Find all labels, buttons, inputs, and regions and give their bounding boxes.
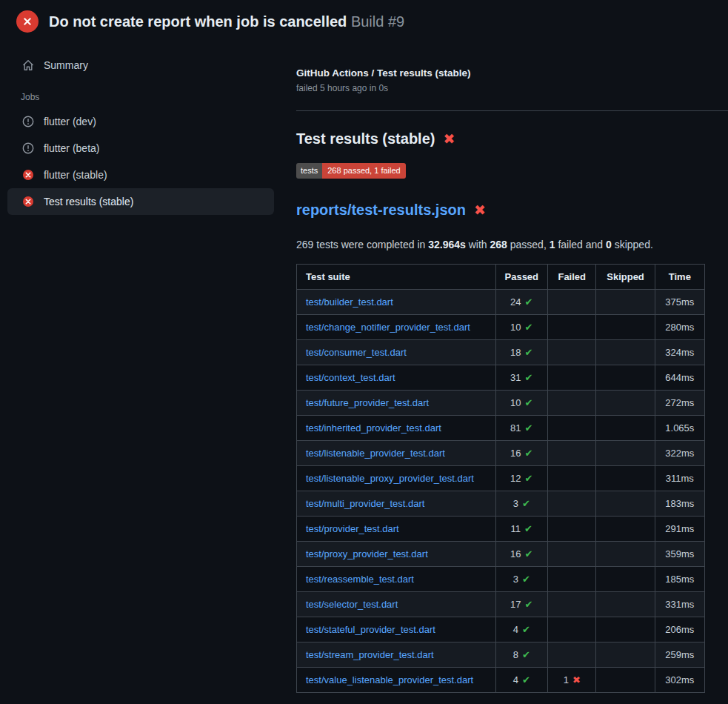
time-cell: 322ms bbox=[655, 441, 704, 466]
skipped-cell bbox=[596, 617, 655, 642]
test-suite-link[interactable]: test/provider_test.dart bbox=[306, 523, 399, 534]
passed-cell: 18✔ bbox=[495, 340, 548, 365]
test-suite-link[interactable]: test/reassemble_test.dart bbox=[306, 574, 414, 585]
job-label: flutter (stable) bbox=[44, 169, 107, 181]
table-row: test/consumer_test.dart 18✔ ✖ 324ms bbox=[297, 340, 705, 365]
skipped-cell bbox=[596, 416, 655, 441]
table-row: test/selector_test.dart 17✔ ✖ 331ms bbox=[297, 592, 705, 617]
test-suite-link[interactable]: test/stream_provider_test.dart bbox=[306, 649, 434, 660]
failed-cell: ✖ bbox=[548, 542, 596, 567]
test-results-table: Test suite Passed Failed Skipped Time te… bbox=[296, 264, 705, 693]
pass-check-icon: ✔ bbox=[525, 372, 533, 383]
summary-duration: 32.964s bbox=[428, 239, 466, 250]
check-run-panel: GitHub Actions / Test results (stable) f… bbox=[296, 41, 728, 693]
sidebar-item-flutter-stable[interactable]: flutter (stable) bbox=[7, 162, 274, 188]
test-suite-cell: test/context_test.dart bbox=[297, 365, 496, 391]
skipped-cell bbox=[596, 466, 655, 491]
summary-text: with bbox=[466, 239, 490, 250]
summary-skipped-count: 0 bbox=[606, 239, 612, 250]
failed-cell: ✖ bbox=[548, 617, 596, 642]
test-suite-link[interactable]: test/context_test.dart bbox=[306, 372, 395, 383]
summary-failed-count: 1 bbox=[550, 239, 555, 250]
test-suite-link[interactable]: test/multi_provider_test.dart bbox=[306, 498, 424, 509]
summary-passed-count: 268 bbox=[490, 239, 507, 250]
table-row: test/listenable_provider_test.dart 16✔ ✖… bbox=[297, 441, 705, 466]
pass-check-icon: ✔ bbox=[525, 548, 533, 559]
time-cell: 183ms bbox=[655, 491, 704, 517]
passed-cell: 10✔ bbox=[495, 315, 548, 340]
failed-cell: ✖ bbox=[548, 340, 596, 365]
failed-cell: ✖ bbox=[548, 491, 596, 517]
divider bbox=[296, 110, 728, 111]
column-header-skipped: Skipped bbox=[596, 265, 655, 290]
passed-cell: 17✔ bbox=[495, 592, 548, 617]
passed-count: 18 bbox=[510, 347, 521, 358]
passed-count: 3 bbox=[513, 574, 518, 585]
test-suite-cell: test/future_provider_test.dart bbox=[297, 391, 496, 416]
test-suite-cell: test/stream_provider_test.dart bbox=[297, 642, 496, 668]
table-row: test/stateful_provider_test.dart 4✔ ✖ 20… bbox=[297, 617, 705, 642]
build-number: Build #9 bbox=[351, 13, 404, 30]
column-header-passed: Passed bbox=[495, 265, 548, 290]
passed-count: 16 bbox=[510, 448, 521, 459]
passed-count: 17 bbox=[510, 599, 521, 610]
test-suite-cell: test/proxy_provider_test.dart bbox=[297, 542, 496, 567]
test-suite-link[interactable]: test/change_notifier_provider_test.dart bbox=[306, 322, 470, 333]
test-suite-link[interactable]: test/proxy_provider_test.dart bbox=[306, 548, 428, 559]
table-header-row: Test suite Passed Failed Skipped Time bbox=[297, 265, 705, 290]
passed-cell: 31✔ bbox=[495, 365, 548, 391]
test-suite-link[interactable]: test/inherited_provider_test.dart bbox=[306, 422, 441, 434]
time-cell: 302ms bbox=[655, 668, 704, 693]
skipped-cell bbox=[596, 517, 655, 542]
sidebar-item-flutter-dev[interactable]: flutter (dev) bbox=[7, 108, 274, 135]
test-suite-link[interactable]: test/listenable_proxy_provider_test.dart bbox=[306, 473, 474, 484]
pass-check-icon: ✔ bbox=[522, 498, 530, 509]
pass-check-icon: ✔ bbox=[522, 649, 530, 660]
failed-status-icon bbox=[22, 196, 34, 207]
skipped-cell bbox=[596, 567, 655, 592]
test-suite-link[interactable]: test/stateful_provider_test.dart bbox=[306, 624, 435, 635]
test-suite-cell: test/multi_provider_test.dart bbox=[297, 491, 496, 517]
neutral-status-icon bbox=[22, 116, 34, 127]
test-suite-link[interactable]: test/listenable_provider_test.dart bbox=[306, 448, 445, 459]
passed-cell: 8✔ bbox=[495, 642, 548, 668]
skipped-cell bbox=[596, 365, 655, 391]
page-header: Do not create report when job is cancell… bbox=[0, 0, 728, 41]
breadcrumb: GitHub Actions / Test results (stable) bbox=[296, 67, 728, 79]
job-label: flutter (dev) bbox=[44, 116, 96, 127]
test-suite-link[interactable]: test/selector_test.dart bbox=[306, 599, 398, 610]
time-cell: 375ms bbox=[655, 290, 704, 315]
summary-text: 269 tests were completed in bbox=[296, 239, 428, 250]
time-cell: 272ms bbox=[655, 391, 704, 416]
test-suite-cell: test/inherited_provider_test.dart bbox=[297, 416, 496, 441]
time-cell: 185ms bbox=[655, 567, 704, 592]
passed-cell: 10✔ bbox=[495, 391, 548, 416]
passed-cell: 16✔ bbox=[495, 542, 548, 567]
test-suite-cell: test/provider_test.dart bbox=[297, 517, 496, 542]
table-row: test/context_test.dart 31✔ ✖ 644ms bbox=[297, 365, 705, 391]
test-suite-link[interactable]: test/builder_test.dart bbox=[306, 296, 393, 308]
test-suite-link[interactable]: test/consumer_test.dart bbox=[306, 347, 407, 358]
test-suite-link[interactable]: test/future_provider_test.dart bbox=[306, 397, 429, 408]
badge-label: tests bbox=[296, 163, 322, 179]
test-suite-cell: test/consumer_test.dart bbox=[297, 340, 496, 365]
sidebar-item-flutter-beta[interactable]: flutter (beta) bbox=[7, 135, 274, 162]
sidebar-item-summary[interactable]: Summary bbox=[0, 52, 296, 79]
failed-cell: ✖ bbox=[548, 567, 596, 592]
passed-count: 31 bbox=[510, 372, 521, 383]
failed-x-icon: ✖ bbox=[443, 132, 455, 146]
passed-cell: 11✔ bbox=[495, 517, 548, 542]
time-cell: 311ms bbox=[655, 466, 704, 491]
test-suite-cell: test/selector_test.dart bbox=[297, 592, 496, 617]
summary-text: skipped. bbox=[612, 239, 653, 250]
failed-cell: ✖ bbox=[548, 441, 596, 466]
test-suite-link[interactable]: test/value_listenable_provider_test.dart bbox=[306, 674, 473, 685]
sidebar-item-test-results-stable[interactable]: Test results (stable) bbox=[7, 188, 274, 215]
skipped-cell bbox=[596, 441, 655, 466]
skipped-cell bbox=[596, 668, 655, 693]
pass-check-icon: ✔ bbox=[522, 674, 530, 685]
failed-cell: ✖ bbox=[548, 416, 596, 441]
page-title: Do not create report when job is cancell… bbox=[49, 13, 404, 30]
table-row: test/builder_test.dart 24✔ ✖ 375ms bbox=[297, 290, 705, 315]
report-file-link[interactable]: reports/test-results.json bbox=[296, 202, 466, 219]
